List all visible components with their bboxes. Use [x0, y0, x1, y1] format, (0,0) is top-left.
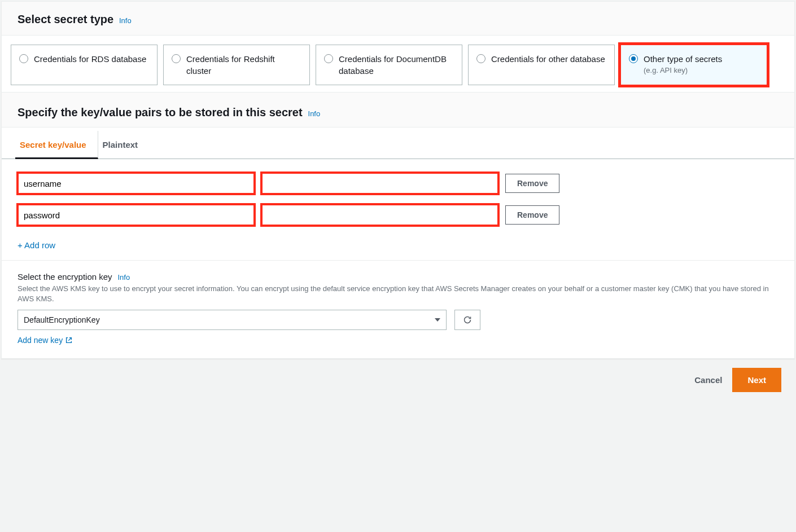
- secret-type-sublabel: (e.g. API key): [644, 66, 722, 74]
- encryption-label: Select the encryption key: [18, 272, 112, 282]
- cancel-button[interactable]: Cancel: [691, 371, 725, 389]
- add-new-key-label: Add new key: [18, 336, 63, 345]
- radio-checked-icon: [629, 54, 638, 63]
- footer-actions: Cancel Next: [0, 359, 796, 401]
- secret-type-label: Credentials for DocumentDB database: [339, 53, 453, 77]
- secret-type-options: Credentials for RDS database Credentials…: [2, 36, 794, 92]
- remove-row-button[interactable]: Remove: [505, 205, 559, 225]
- radio-unchecked-icon: [19, 54, 28, 63]
- refresh-button[interactable]: [454, 310, 480, 330]
- tab-secret-key-value[interactable]: Secret key/value: [15, 131, 98, 159]
- add-row-link[interactable]: + Add row: [2, 240, 71, 250]
- next-button[interactable]: Next: [734, 370, 779, 390]
- chevron-down-icon: [435, 318, 440, 322]
- info-link-encryption[interactable]: Info: [117, 273, 130, 282]
- tab-plaintext[interactable]: Plaintext: [98, 131, 150, 159]
- kv-key-input[interactable]: [18, 173, 255, 194]
- remove-row-button[interactable]: Remove: [505, 174, 559, 193]
- secret-type-label: Credentials for RDS database: [34, 53, 146, 77]
- page-title: Select secret type: [18, 13, 113, 25]
- refresh-icon: [463, 315, 472, 324]
- secret-type-documentdb[interactable]: Credentials for DocumentDB database: [316, 45, 462, 85]
- secret-type-label: Credentials for other database: [491, 53, 605, 77]
- kv-row: Remove: [18, 204, 778, 226]
- info-link-kv[interactable]: Info: [308, 109, 321, 118]
- kv-tabs: Secret key/value Plaintext: [2, 131, 794, 159]
- select-secret-type-header: Select secret type Info: [2, 2, 794, 36]
- kv-key-input[interactable]: [18, 204, 255, 226]
- kv-rows: Remove Remove: [2, 159, 794, 240]
- kv-title: Specify the key/value pairs to be stored…: [18, 106, 303, 118]
- secret-type-redshift[interactable]: Credentials for Redshift cluster: [163, 45, 310, 85]
- secret-type-other-secrets[interactable]: Other type of secrets (e.g. API key): [620, 45, 767, 85]
- secret-type-rds[interactable]: Credentials for RDS database: [11, 45, 158, 85]
- radio-unchecked-icon: [476, 54, 486, 63]
- kv-row: Remove: [18, 173, 778, 194]
- kv-value-input[interactable]: [261, 204, 498, 226]
- encryption-description: Select the AWS KMS key to use to encrypt…: [18, 284, 778, 304]
- external-link-icon: [65, 336, 73, 344]
- kv-pairs-header: Specify the key/value pairs to be stored…: [2, 92, 794, 127]
- secret-type-label: Credentials for Redshift cluster: [186, 53, 300, 77]
- add-new-key-link[interactable]: Add new key: [18, 336, 73, 345]
- radio-unchecked-icon: [172, 54, 181, 63]
- secret-type-other-db[interactable]: Credentials for other database: [468, 45, 615, 85]
- radio-unchecked-icon: [324, 54, 333, 63]
- encryption-section: Select the encryption key Info Select th…: [2, 260, 794, 358]
- secret-type-label: Other type of secrets: [644, 53, 722, 65]
- info-link-secret-type[interactable]: Info: [119, 16, 132, 25]
- encryption-key-select[interactable]: DefaultEncryptionKey: [18, 310, 447, 330]
- kv-value-input[interactable]: [261, 173, 498, 194]
- encryption-key-selected: DefaultEncryptionKey: [24, 315, 100, 324]
